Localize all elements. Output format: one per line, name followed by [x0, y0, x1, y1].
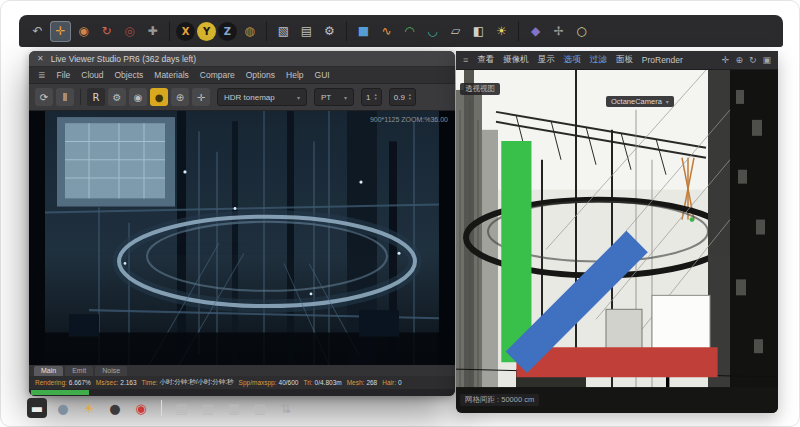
focus-picker-icon[interactable]: ⊕ — [171, 88, 189, 106]
add-cube-icon[interactable]: ■ — [353, 21, 374, 42]
live-viewer-menubar: ≣ File Cloud Objects Materials Compare O… — [29, 67, 455, 84]
scale-tool-icon[interactable]: ◉ — [73, 21, 94, 42]
viewer-camera-icon[interactable]: ◉ — [129, 88, 147, 106]
menu-item[interactable]: Materials — [154, 70, 188, 80]
separator — [518, 21, 519, 41]
dark-sphere-icon[interactable]: ● — [105, 398, 125, 418]
render-settings-icon[interactable]: ⚙ — [319, 21, 340, 42]
viewport-canvas[interactable]: 透视视图 OctaneCamera ▾ 网格间距 : 50000 cm — [456, 70, 778, 413]
status-item: Ms/sec: 2.163 — [96, 379, 137, 386]
viewer-toolbar-icons: ⟳ Ⅱ R ⚙ ◉ ● ⊕ ✛ — [35, 88, 210, 106]
add-camera-icon[interactable]: ◧ — [468, 21, 489, 42]
menu-item[interactable]: File — [57, 70, 71, 80]
undo-icon[interactable]: ↶ — [27, 21, 48, 42]
samples-field[interactable]: 1 ▴▾ — [361, 88, 382, 106]
sort-arrows-icon[interactable]: ⇅ — [276, 398, 296, 418]
add-spline-icon[interactable]: ∿ — [376, 21, 397, 42]
add-deformer-icon[interactable]: ◡ — [422, 21, 443, 42]
viewport-menu-item[interactable]: 面板 — [616, 54, 633, 66]
tonemap-select[interactable]: HDR tonemap ▾ — [217, 88, 307, 106]
axis-gizmo-icon — [456, 70, 778, 413]
add-floor-icon[interactable]: ▱ — [445, 21, 466, 42]
c4d-viewport-panel: ≡ 查看 摄像机 显示 选项 过滤 面板 ProRender — [456, 51, 778, 413]
snap-icon[interactable]: ◆ — [525, 21, 546, 42]
material-picker-icon[interactable]: ✛ — [192, 88, 210, 106]
add-generator-icon[interactable]: ◠ — [399, 21, 420, 42]
viewer-tab[interactable]: Main — [34, 366, 63, 376]
status-label: Mesh: — [347, 379, 365, 386]
restart-render-icon[interactable]: ⟳ — [35, 88, 53, 106]
viewport-light-icon[interactable]: ○ — [571, 21, 592, 42]
layout-grid-icon[interactable]: ▤ — [172, 398, 192, 418]
viewport-menu-item[interactable]: 过滤 — [590, 54, 607, 66]
sun-material-icon[interactable]: ☀ — [79, 398, 99, 418]
render-view-icon[interactable]: ▧ — [273, 21, 294, 42]
viewer-tabs: Main Emit Noise — [29, 365, 455, 376]
add-object-icon[interactable]: ✚ — [142, 21, 163, 42]
chevron-down-icon: ▾ — [297, 94, 300, 101]
close-icon[interactable]: ✕ — [37, 55, 44, 63]
menu-list-icon[interactable]: ≣ — [38, 70, 46, 80]
separator — [161, 400, 162, 416]
x-axis-lock-icon[interactable]: X — [176, 22, 195, 41]
octane-aperture-icon[interactable]: ◉ — [131, 398, 151, 418]
window-title: Live Viewer Studio PR6 (362 days left) — [51, 54, 196, 64]
pan-view-icon[interactable]: ✛ — [722, 55, 730, 65]
menu-item[interactable]: GUI — [315, 70, 330, 80]
menu-item[interactable]: Options — [246, 70, 275, 80]
region-render-icon[interactable]: R — [87, 88, 105, 106]
status-item: Tri: 0/4.803m — [303, 379, 341, 386]
status-value: 268 — [366, 379, 377, 386]
render-picture-viewer-icon[interactable]: ▤ — [296, 21, 317, 42]
status-value: 小时:分钟:秒/小时:分钟:秒 — [160, 378, 234, 387]
stepper-arrows-icon[interactable]: ▴▾ — [374, 93, 376, 101]
status-value: 0 — [398, 379, 402, 386]
rotate-tool-icon[interactable]: ↻ — [96, 21, 117, 42]
z-axis-lock-icon[interactable]: Z — [218, 22, 237, 41]
lock-resolution-icon[interactable]: ● — [150, 88, 168, 106]
coordinate-system-icon[interactable]: ◍ — [239, 21, 260, 42]
viewer-settings-icon[interactable]: ⚙ — [108, 88, 126, 106]
separator — [80, 89, 81, 105]
viewport-menu-item[interactable]: ProRender — [642, 55, 683, 65]
viewer-tab[interactable]: Emit — [65, 366, 93, 376]
workplane-icon[interactable]: ✢ — [548, 21, 569, 42]
menu-item[interactable]: Help — [286, 70, 303, 80]
material-sphere-icon[interactable]: ● — [53, 398, 73, 418]
menu-item[interactable]: Compare — [200, 70, 235, 80]
add-light-icon[interactable]: ☀ — [491, 21, 512, 42]
kernel-select[interactable]: PT ▾ — [314, 88, 354, 106]
menu-item[interactable]: Cloud — [81, 70, 103, 80]
status-item: Mesh: 268 — [347, 379, 378, 386]
chevron-down-icon: ▾ — [344, 94, 347, 101]
live-viewer-toolbar: ⟳ Ⅱ R ⚙ ◉ ● ⊕ ✛ HDR ton — [29, 84, 455, 111]
render-progress-bar — [31, 390, 89, 395]
exposure-value: 0.9 — [394, 93, 405, 102]
viewport-menu-item[interactable]: 显示 — [538, 54, 555, 66]
viewport-menubar: ≡ 查看 摄像机 显示 选项 过滤 面板 ProRender — [456, 51, 778, 70]
dolly-view-icon[interactable]: ⊕ — [735, 55, 743, 65]
grid-spacing-label: 网格间距 : 50000 cm — [460, 394, 539, 406]
stepper-arrows-icon[interactable]: ▴▾ — [409, 93, 411, 101]
viewport-menu-item[interactable]: 摄像机 — [503, 54, 529, 66]
viewport-menu-item[interactable]: 选项 — [564, 54, 581, 66]
hamburger-icon[interactable]: ≡ — [463, 55, 468, 65]
render-preview-image — [29, 111, 455, 365]
y-axis-lock-icon[interactable]: Y — [197, 22, 216, 41]
move-tool-icon[interactable]: ✛ — [50, 21, 71, 42]
pause-render-icon[interactable]: Ⅱ — [56, 88, 74, 106]
viewer-tab[interactable]: Noise — [95, 366, 127, 376]
blackbody-material-icon[interactable]: ▬ — [27, 398, 47, 418]
menu-item[interactable]: Objects — [114, 70, 143, 80]
layout-cells-icon[interactable]: ▦ — [224, 398, 244, 418]
exposure-field[interactable]: 0.9 ▴▾ — [389, 88, 416, 106]
octane-render-canvas[interactable]: 900*1125 ZOOM:%36.00 — [29, 111, 455, 365]
status-value: 2.163 — [120, 379, 136, 386]
orbit-view-icon[interactable]: ↻ — [749, 55, 757, 65]
maximize-view-icon[interactable]: ▣ — [762, 55, 771, 65]
layout-shade-icon[interactable]: ▧ — [250, 398, 270, 418]
layout-columns-icon[interactable]: ▥ — [198, 398, 218, 418]
render-progress-track — [29, 389, 455, 396]
last-tool-icon[interactable]: ◎ — [119, 21, 140, 42]
viewport-menu-item[interactable]: 查看 — [477, 54, 494, 66]
